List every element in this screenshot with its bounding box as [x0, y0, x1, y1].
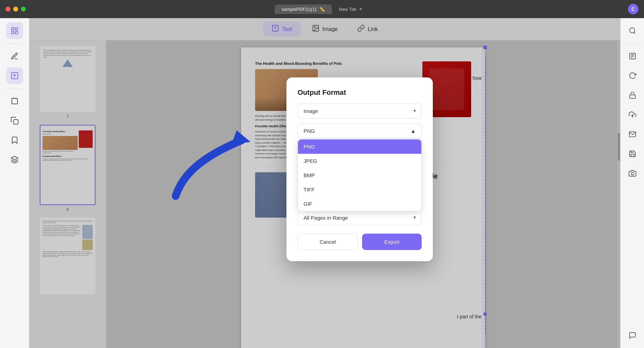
tab-active[interactable]: samplePDF(1)(1) ✏️: [275, 5, 332, 14]
sidebar-icon-camera[interactable]: [624, 165, 641, 182]
svg-marker-19: [231, 130, 251, 144]
sidebar-icon-bookmark[interactable]: [6, 132, 23, 149]
tab-new[interactable]: New Tab +: [332, 4, 369, 14]
dropdown-item-tiff[interactable]: TIFF: [298, 182, 421, 197]
dropdown-item-png[interactable]: PNG: [298, 139, 421, 154]
sidebar-divider-1: [8, 43, 22, 44]
dropdown-chevron-icon: ▲: [411, 128, 416, 134]
cancel-button[interactable]: Cancel: [298, 234, 358, 250]
sidebar-icon-annotate[interactable]: [6, 48, 23, 65]
edit-icon[interactable]: ✏️: [319, 7, 325, 12]
right-divider-1: [626, 43, 639, 44]
arrow-svg: [148, 105, 270, 203]
arrow-annotation: [148, 105, 270, 204]
tab-bar: samplePDF(1)(1) ✏️ New Tab +: [275, 4, 369, 14]
format-select-wrapper: Image ▼: [298, 104, 422, 119]
svg-line-21: [634, 32, 635, 33]
modal-overlay: Output Format Image ▼ PNG ▲ PNG: [29, 18, 620, 348]
pages-select[interactable]: All Pages in Range: [298, 210, 422, 225]
maximize-button[interactable]: [21, 7, 26, 12]
sidebar-icon-save[interactable]: [624, 145, 641, 162]
svg-rect-11: [14, 120, 18, 124]
dialog-title: Output Format: [298, 89, 422, 97]
content-area: Text Image: [29, 18, 620, 348]
sidebar-icon-mail[interactable]: [624, 126, 641, 143]
sidebar-icon-pages[interactable]: [6, 93, 23, 109]
svg-rect-8: [12, 98, 17, 104]
sidebar-icon-search[interactable]: [624, 22, 641, 39]
dialog-buttons: Cancel Export: [298, 234, 422, 250]
main-layout: Text Image: [0, 18, 644, 348]
add-tab-icon[interactable]: +: [359, 6, 362, 12]
titlebar: samplePDF(1)(1) ✏️ New Tab + C: [0, 0, 644, 18]
sidebar-icon-edit[interactable]: [6, 67, 23, 84]
close-button[interactable]: [6, 7, 10, 12]
sidebar-icon-lock[interactable]: [624, 87, 641, 104]
svg-rect-26: [629, 95, 635, 98]
sidebar-icon-thumbnail[interactable]: [6, 22, 23, 39]
dropdown-trigger-png[interactable]: PNG ▲: [298, 123, 422, 138]
image-format-dropdown: PNG ▲ PNG JPEG BMP: [298, 123, 422, 138]
svg-rect-1: [15, 28, 18, 30]
right-sidebar: [620, 18, 644, 348]
format-select[interactable]: Image: [298, 104, 422, 119]
dropdown-item-gif[interactable]: GIF: [298, 197, 421, 211]
svg-rect-0: [12, 28, 14, 30]
svg-rect-2: [12, 31, 14, 34]
tab-new-label: New Tab: [339, 7, 356, 12]
svg-point-20: [629, 28, 635, 33]
minimize-button[interactable]: [13, 7, 18, 12]
export-dialog: Output Format Image ▼ PNG ▲ PNG: [286, 77, 433, 261]
dropdown-item-jpeg[interactable]: JPEG: [298, 154, 421, 168]
sidebar-icon-layers[interactable]: [6, 151, 23, 168]
sidebar-icon-refresh[interactable]: [624, 67, 641, 84]
dropdown-menu: PNG JPEG BMP TIFF GIF: [298, 139, 422, 211]
pages-select-wrapper: All Pages in Range ▼: [298, 210, 422, 225]
sidebar-icon-copy[interactable]: [6, 112, 23, 129]
sidebar-divider-2: [8, 88, 22, 89]
sidebar-icon-ocr[interactable]: [624, 48, 641, 65]
sidebar-icon-upload[interactable]: [624, 106, 641, 123]
avatar[interactable]: C: [628, 4, 638, 14]
export-button[interactable]: Export: [362, 234, 422, 250]
svg-rect-3: [15, 31, 18, 34]
tab-active-label: samplePDF(1)(1): [282, 7, 316, 12]
dropdown-item-bmp[interactable]: BMP: [298, 168, 421, 182]
traffic-lights: [6, 7, 26, 12]
sidebar-icon-chat[interactable]: [624, 327, 641, 344]
left-sidebar: [0, 18, 29, 348]
svg-point-29: [631, 172, 634, 175]
svg-marker-12: [11, 156, 18, 160]
